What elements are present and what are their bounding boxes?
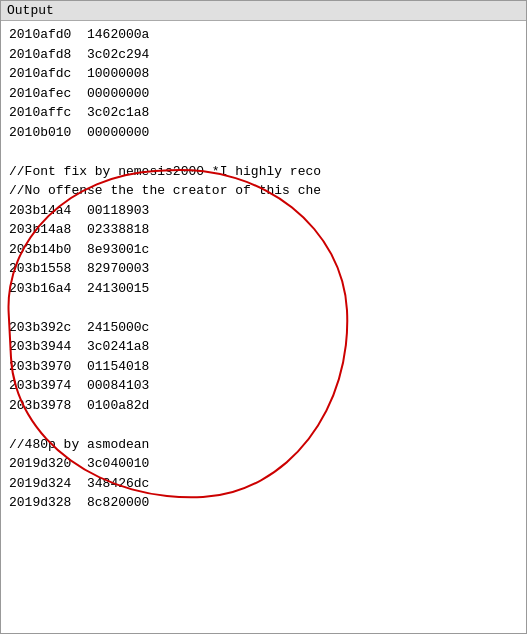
output-title: Output (7, 3, 54, 18)
output-header: Output (1, 1, 526, 21)
output-content[interactable]: 2010afd0 1462000a 2010afd8 3c02c294 2010… (1, 21, 526, 633)
output-text: 2010afd0 1462000a 2010afd8 3c02c294 2010… (9, 25, 518, 513)
output-window: Output 2010afd0 1462000a 2010afd8 3c02c2… (0, 0, 527, 634)
